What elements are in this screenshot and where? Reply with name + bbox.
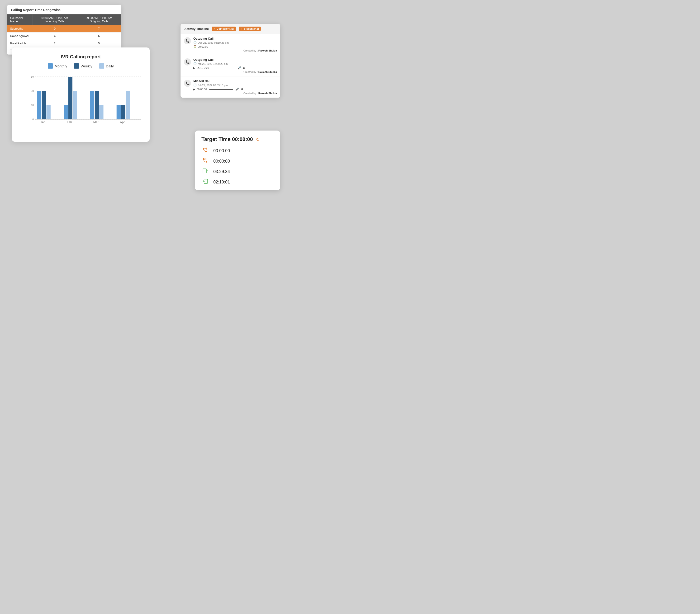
ivr-legend: Monthly Weekly Daily	[18, 63, 143, 68]
target-time-row: 00:00:00	[201, 147, 274, 154]
time-value-2: 03:29:34	[213, 169, 230, 174]
target-time-title: Target Time 00:00:00	[201, 136, 253, 142]
ivr-chart-card: IVR Calling report Monthly Weekly Daily …	[12, 48, 150, 142]
created-by: Created by : Rakesh Shukla	[193, 92, 277, 95]
timeline-entry: 📞 Missed Call 🕐 feb 22, 2022 02:39:16 pm…	[180, 76, 280, 98]
legend-label: Monthly	[55, 64, 67, 68]
time-icon-2	[201, 168, 209, 175]
activity-timeline-card: Activity Timeline ✓ Coinselor (35) ✓ Stu…	[180, 24, 280, 98]
timeline-header: Activity Timeline ✓ Coinselor (35) ✓ Stu…	[180, 24, 280, 34]
svg-text:0: 0	[32, 118, 34, 121]
student-check: ✓	[241, 27, 242, 30]
bar	[68, 77, 72, 119]
audio-controls: ▶ 00:00:00 🎤 🖥	[193, 88, 277, 91]
legend-item: Monthly	[48, 63, 67, 68]
col-header-name: Counselor Name	[8, 14, 33, 25]
table-row: Daksh Agrawal 4 6	[8, 33, 121, 40]
creator-name: Rakesh Shukla	[259, 49, 277, 52]
monitor-icon: 🖥	[240, 88, 243, 91]
svg-text:10: 10	[31, 104, 34, 106]
phone-icon: 📞	[184, 59, 191, 65]
legend-label: Daily	[106, 64, 114, 68]
entry-content: Outgoing Call 🕐 Dec 21, 2021 03:19:26 pm…	[193, 37, 277, 52]
call-type: Missed Call	[193, 79, 277, 83]
target-time-row: 00:00:00	[201, 157, 274, 165]
bar	[121, 105, 125, 119]
bar	[73, 91, 77, 119]
target-time-row: 03:29:34	[201, 168, 274, 175]
bar	[95, 91, 99, 119]
col-header-outgoing: 09:00 AM - 11:00 AM Outgoing Calls	[77, 14, 121, 25]
target-time-card: Target Time 00:00:00 ↻ 00:00:00 00:00:00…	[195, 130, 280, 190]
timeline-entry: 📞 Outgoing Call 🕐 feb 22, 2022 12:29:26 …	[180, 55, 280, 76]
svg-text:Apr: Apr	[120, 120, 125, 124]
counselor-name: Supreetha	[8, 25, 33, 33]
ivr-chart-svg: 0102030JanFebMarApr	[28, 74, 143, 129]
entry-content: Missed Call 🕐 feb 22, 2022 02:39:16 pm ▶…	[193, 79, 277, 95]
bar	[126, 91, 130, 119]
target-time-header: Target Time 00:00:00 ↻	[201, 136, 274, 142]
calling-report-title: Calling Report Time Rangewlse	[7, 5, 121, 14]
counselor-name: Rajat Padole	[8, 40, 33, 47]
counselor-check: ✓	[214, 27, 215, 30]
created-by: Created by : Rakesh Shukla	[193, 71, 277, 73]
ivr-chart-title: IVR Calling report	[18, 54, 143, 60]
svg-text:30: 30	[31, 75, 34, 78]
legend-item: Daily	[99, 63, 114, 68]
audio-time: 0:01 / 2:29	[197, 66, 209, 69]
counselor-filter-badge[interactable]: ✓ Coinselor (35)	[212, 27, 236, 31]
date-value: Dec 21, 2021 03:19:26 pm	[198, 41, 229, 44]
time-icon-1	[201, 157, 209, 165]
call-date: 🕐 feb 22, 2022 12:29:26 pm	[193, 62, 277, 65]
bar	[90, 91, 94, 119]
time-value-0: 00:00:00	[213, 148, 230, 153]
target-time-row: 02:19:01	[201, 178, 274, 186]
outgoing-call-icon	[202, 157, 208, 163]
student-filter-badge[interactable]: ✓ Student (42)	[239, 27, 261, 31]
created-by: Created by : Rakesh Shukla	[193, 49, 277, 52]
clock-icon: 🕐	[193, 84, 197, 87]
entry-content: Outgoing Call 🕐 feb 22, 2022 12:29:26 pm…	[193, 58, 277, 73]
creator-name: Rakesh Shukla	[259, 71, 277, 73]
outgoing-count: 6	[77, 33, 121, 40]
svg-text:Mar: Mar	[93, 120, 99, 124]
phone-icon: 📞	[184, 37, 191, 44]
audio-progress-bar[interactable]	[211, 68, 235, 68]
svg-text:Feb: Feb	[67, 120, 72, 124]
legend-item: Weekly	[74, 63, 92, 68]
table-row: Supreetha 0 7	[8, 25, 121, 33]
audio-progress-bar[interactable]	[209, 89, 233, 90]
col-header-incoming: 09:00 AM - 11:00 AM Incoming Calls	[33, 14, 77, 25]
call-type: Outgoing Call	[193, 37, 277, 40]
legend-color	[99, 63, 104, 68]
target-time-rows: 00:00:00 00:00:00 03:29:34 02:19:01	[201, 147, 274, 186]
bar	[99, 105, 103, 119]
outgoing-count: 5	[77, 40, 121, 47]
bar	[64, 105, 68, 119]
play-button[interactable]: ▶	[193, 67, 195, 69]
svg-text:Jan: Jan	[41, 120, 45, 124]
play-button[interactable]: ▶	[193, 88, 195, 91]
legend-color	[48, 63, 53, 68]
refresh-icon[interactable]: ↻	[256, 137, 260, 142]
counselor-filter-label: Coinselor (35)	[217, 27, 234, 30]
time-value-1: 00:00:00	[213, 159, 230, 164]
date-value: feb 22, 2022 12:29:26 pm	[198, 62, 227, 65]
outgoing-count: 7	[77, 25, 121, 33]
bar	[37, 91, 41, 119]
bar	[117, 105, 121, 119]
student-filter-label: Student (42)	[244, 27, 259, 30]
timeline-body: 📞 Outgoing Call 🕐 Dec 21, 2021 03:19:26 …	[180, 34, 280, 98]
timeline-entry: 📞 Outgoing Call 🕐 Dec 21, 2021 03:19:26 …	[180, 34, 280, 55]
bar	[46, 105, 50, 119]
bar	[42, 91, 46, 119]
time-icon-0	[201, 147, 209, 154]
phone-icon: 📞	[184, 80, 191, 87]
table-row: Rajat Padole 2 5	[8, 40, 121, 47]
call-type: Outgoing Call	[193, 58, 277, 62]
legend-color	[74, 63, 79, 68]
incoming-count: 4	[33, 33, 77, 40]
calling-report-card: Calling Report Time Rangewlse Counselor …	[7, 5, 121, 54]
hourglass-icon: ⏳	[193, 45, 197, 48]
login-icon	[202, 168, 208, 174]
